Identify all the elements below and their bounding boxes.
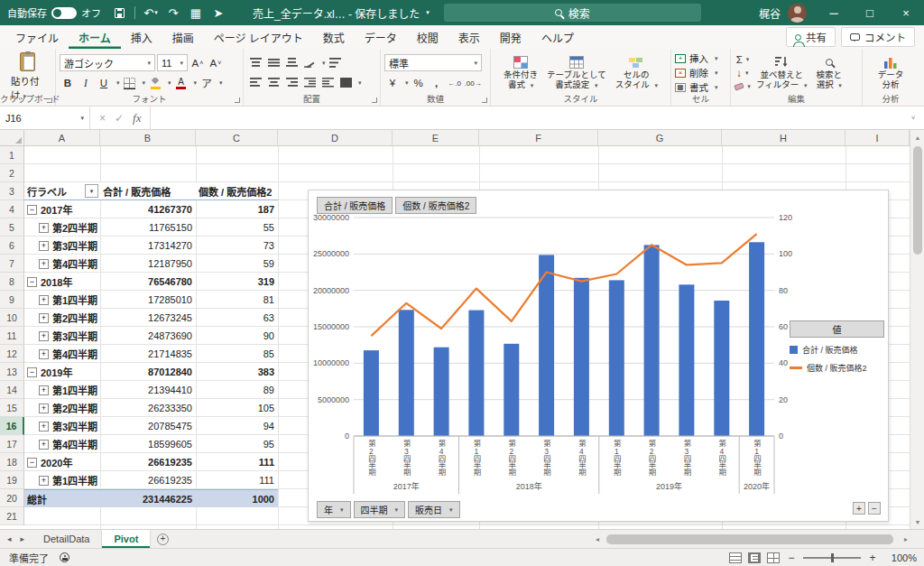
pivot-value-cell[interactable]: 12187950 <box>100 255 196 273</box>
sort-filter-button[interactable]: 並べ替えとフィルター ▾ <box>753 55 810 91</box>
chart-field-button[interactable]: 個数 / 販売価格2 <box>395 197 476 214</box>
user-name[interactable]: 梶谷 <box>759 5 781 21</box>
increase-indent-button[interactable] <box>319 75 336 91</box>
sheet-tab-pivot[interactable]: Pivot <box>102 530 151 548</box>
row-header[interactable]: 20 <box>0 489 24 507</box>
insert-cells-button[interactable]: +挿入▾ <box>675 51 718 65</box>
pivot-value-cell[interactable]: 231446225 <box>100 490 196 508</box>
align-top-button[interactable] <box>247 55 263 71</box>
ribbon-tab[interactable]: データ <box>355 25 407 49</box>
expand-icon[interactable]: + <box>39 241 49 251</box>
ribbon-tab[interactable]: ヘルプ <box>531 25 584 49</box>
pivot-value-cell[interactable]: 20785475 <box>100 417 196 435</box>
pivot-value-cell[interactable]: 59 <box>196 255 278 273</box>
expand-field-button[interactable]: + <box>853 502 865 515</box>
tab-scroll-left-icon[interactable]: ◂ <box>7 534 12 543</box>
row-header[interactable]: 14 <box>0 381 24 399</box>
ribbon-tab[interactable]: ホーム <box>69 25 121 49</box>
ribbon-tab[interactable]: ファイル <box>5 25 69 49</box>
pivot-row[interactable]: +第1四半期2139441089 <box>24 381 278 399</box>
horizontal-scrollbar[interactable]: ◂ ▸ <box>596 530 924 548</box>
pivot-row[interactable]: 総計2314462251000 <box>24 489 278 507</box>
ribbon-tab[interactable]: 描画 <box>162 25 204 49</box>
row-header[interactable]: 5 <box>0 218 24 237</box>
pivot-value-cell[interactable]: 187 <box>196 200 278 218</box>
insert-function-button[interactable]: fx <box>133 111 141 125</box>
pivot-value-cell[interactable]: 17314270 <box>100 237 196 255</box>
legend-entry[interactable]: 個数 / 販売価格2 <box>790 362 884 374</box>
pivot-row[interactable]: +第1四半期26619235111 <box>24 471 278 489</box>
ribbon-tab[interactable]: 表示 <box>448 25 490 49</box>
ribbon-tab[interactable]: 挿入 <box>121 25 162 49</box>
italic-button[interactable]: I <box>78 75 94 91</box>
expand-icon[interactable]: + <box>39 259 49 269</box>
row-header[interactable]: 19 <box>0 471 24 489</box>
column-header[interactable]: F <box>479 130 598 146</box>
zoom-out-button[interactable]: − <box>786 552 797 564</box>
pivot-value-cell[interactable]: 73 <box>196 237 278 255</box>
pivot-row[interactable]: +第3四半期2487369090 <box>24 327 278 345</box>
phonetic-guide-button[interactable]: ア <box>199 75 215 91</box>
cancel-icon[interactable]: × <box>99 112 106 125</box>
collapse-icon[interactable]: − <box>27 277 37 287</box>
filter-dropdown-icon[interactable]: ▾ <box>85 184 98 198</box>
wrap-text-button[interactable] <box>328 55 344 71</box>
row-header[interactable]: 6 <box>0 237 24 255</box>
normal-view-button[interactable] <box>729 552 742 563</box>
clear-button[interactable]: ▾ <box>735 79 751 93</box>
pivot-value-cell[interactable]: 111 <box>196 471 278 489</box>
autosum-button[interactable]: Σ▾ <box>735 52 751 66</box>
row-header[interactable]: 2 <box>0 164 24 182</box>
column-header[interactable]: B <box>100 130 196 146</box>
undo-button[interactable]: ↶▾ <box>140 2 162 23</box>
pivot-row[interactable]: +第2四半期1176515055 <box>24 218 278 237</box>
percent-format-button[interactable]: % <box>411 75 427 91</box>
zoom-level[interactable]: 100% <box>884 552 917 563</box>
column-header[interactable]: I <box>845 130 910 146</box>
borders-button[interactable] <box>122 75 138 91</box>
pivot-value-cell[interactable]: 319 <box>196 273 278 291</box>
maximize-button[interactable]: □ <box>852 0 888 25</box>
pivot-row-labels-header[interactable]: 行ラベル▾ <box>24 182 100 200</box>
collapse-icon[interactable]: − <box>27 458 37 468</box>
document-title[interactable]: 売上_全データ.xl… - 保存しました ▾ <box>253 5 430 21</box>
chart-axis-field-button[interactable]: 四半期▾ <box>354 501 406 518</box>
scroll-left-icon[interactable]: ◂ <box>596 535 599 543</box>
column-header[interactable]: A <box>24 130 100 146</box>
formula-input[interactable] <box>151 107 902 129</box>
ribbon-tab[interactable]: 数式 <box>313 25 355 49</box>
pivot-row[interactable]: +第2四半期26233350105 <box>24 399 278 417</box>
currency-format-button[interactable]: ¥ <box>384 75 401 91</box>
align-middle-button[interactable] <box>265 55 282 71</box>
pivot-value-cell[interactable]: 89 <box>196 381 278 399</box>
shrink-font-button[interactable]: A˅ <box>208 55 224 71</box>
pivot-row[interactable]: +第3四半期2078547594 <box>24 417 278 435</box>
collapse-icon[interactable]: − <box>27 205 37 215</box>
pivot-row[interactable]: +第4四半期2171483585 <box>24 345 278 363</box>
dialog-launcher-icon[interactable] <box>482 97 487 103</box>
dialog-launcher-icon[interactable] <box>372 97 377 103</box>
expand-icon[interactable]: + <box>39 331 49 341</box>
grow-font-button[interactable]: A˄ <box>189 55 206 71</box>
expand-icon[interactable]: + <box>39 295 49 305</box>
pivot-row[interactable]: +第4四半期1859960595 <box>24 435 278 453</box>
expand-icon[interactable]: + <box>39 404 49 413</box>
pivot-row[interactable]: −2017年41267370187 <box>24 200 278 218</box>
expand-icon[interactable]: + <box>39 385 49 395</box>
pivot-row[interactable]: +第2四半期1267324563 <box>24 309 278 327</box>
close-button[interactable]: × <box>888 0 924 25</box>
row-header[interactable]: 21 <box>0 507 24 525</box>
decrease-indent-button[interactable] <box>301 75 318 91</box>
expand-icon[interactable]: + <box>39 349 49 359</box>
pivot-value-cell[interactable]: 41267370 <box>100 200 196 218</box>
column-header[interactable]: H <box>722 130 845 146</box>
pivot-value-cell[interactable]: 21714835 <box>100 345 196 363</box>
find-select-button[interactable]: 検索と選択 ▾ <box>812 55 845 91</box>
font-family-select[interactable]: 游ゴシック▾ <box>60 54 155 71</box>
row-header[interactable]: 17 <box>0 435 24 453</box>
pivot-value-cell[interactable]: 63 <box>196 309 278 327</box>
ribbon-tab[interactable]: ページ レイアウト <box>204 25 313 49</box>
collapse-field-button[interactable]: − <box>868 502 881 515</box>
align-left-button[interactable] <box>247 75 263 91</box>
format-as-table-button[interactable]: テーブルとして書式設定 ▾ <box>543 55 610 91</box>
